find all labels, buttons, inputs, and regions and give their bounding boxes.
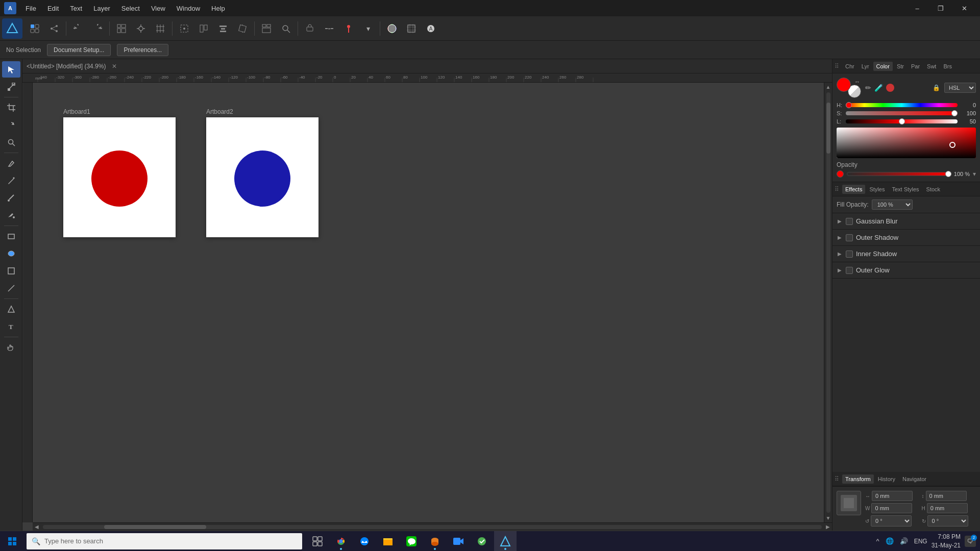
tray-network-icon[interactable]: 🌐 — [884, 536, 896, 546]
zoom-button[interactable] — [277, 19, 295, 38]
menu-file[interactable]: File — [20, 3, 41, 14]
tab-swt[interactable]: Swt — [924, 62, 939, 71]
polygon-tool[interactable] — [2, 263, 20, 279]
canvas-tab-close[interactable]: ✕ — [112, 63, 117, 70]
redo-button[interactable] — [88, 19, 107, 38]
tray-up-arrow[interactable]: ^ — [874, 536, 881, 546]
scroll-down-arrow[interactable]: ▼ — [826, 514, 831, 522]
text-tool[interactable]: T — [2, 318, 20, 335]
triangle-tool[interactable] — [2, 301, 20, 317]
menu-layer[interactable]: Layer — [88, 3, 115, 14]
color-wheel[interactable] — [383, 19, 401, 38]
scroll-up-arrow[interactable]: ▲ — [826, 83, 831, 91]
lgt-thumb[interactable] — [899, 118, 905, 124]
move-mode[interactable] — [175, 19, 193, 38]
inner-shadow-arrow[interactable]: ▶ — [838, 251, 843, 257]
edit-color-icon[interactable]: ✏ — [865, 84, 871, 92]
pin-button[interactable] — [339, 19, 358, 38]
inner-shadow-effect[interactable]: ▶ Inner Shadow — [832, 246, 980, 262]
hue-thumb[interactable] — [846, 102, 852, 108]
crop-tool[interactable] — [2, 99, 20, 116]
h-scrollbar[interactable]: ◀ ▶ — [33, 522, 832, 531]
restore-button[interactable]: ❐ — [929, 0, 952, 16]
h-scroll-track[interactable] — [43, 525, 822, 529]
menu-select[interactable]: Select — [116, 3, 145, 14]
snap-button[interactable] — [132, 19, 150, 38]
rot2-select[interactable]: 0 ° — [927, 515, 968, 527]
pen-tool[interactable] — [2, 155, 20, 171]
line-tool[interactable] — [2, 280, 20, 296]
v-scroll-thumb[interactable] — [826, 103, 830, 154]
outer-shadow-arrow[interactable]: ▶ — [838, 235, 843, 240]
tab-text-styles[interactable]: Text Styles — [889, 185, 922, 194]
tab-brs[interactable]: Brs — [940, 62, 955, 71]
scroll-right-arrow[interactable]: ▶ — [824, 524, 832, 530]
hue-track[interactable] — [846, 103, 958, 107]
canvas-container[interactable]: mm -340-320-300-280-260-240-220-200-180-… — [22, 73, 832, 531]
outer-glow-checkbox[interactable] — [846, 267, 853, 274]
color-mode-select[interactable]: HSL RGB CMYK — [944, 83, 976, 93]
pin-dropdown[interactable]: ▾ — [359, 19, 377, 38]
menu-edit[interactable]: Edit — [42, 3, 64, 14]
outer-glow-arrow[interactable]: ▶ — [838, 267, 843, 273]
lgt-track[interactable] — [846, 119, 958, 123]
tab-chr[interactable]: Chr — [842, 62, 857, 71]
v-scrollbar[interactable]: ▲ ▼ — [824, 83, 832, 522]
taskbar-explorer[interactable] — [377, 531, 399, 552]
scroll-left-arrow[interactable]: ◀ — [33, 524, 41, 530]
zoom-tool[interactable] — [2, 134, 20, 151]
taskbar-affinity[interactable] — [494, 531, 517, 552]
dropper-icon[interactable]: 🧪 — [874, 84, 883, 92]
v-scroll-track[interactable] — [826, 92, 830, 513]
share-button[interactable] — [45, 19, 63, 38]
taskbar-vpn[interactable] — [471, 531, 493, 552]
tray-lang[interactable]: ENG — [912, 537, 929, 546]
minimize-button[interactable]: – — [905, 0, 929, 16]
taskbar-task-view[interactable] — [306, 531, 329, 552]
fill-tool[interactable] — [2, 207, 20, 223]
tab-navigator[interactable]: Navigator — [899, 474, 929, 484]
search-bar[interactable]: 🔍 Type here to search — [27, 533, 302, 549]
canvas-viewport[interactable]: Artboard1 Artboard2 — [33, 83, 832, 522]
align-button[interactable] — [214, 19, 232, 38]
y-input[interactable]: 0 mm — [926, 491, 967, 501]
tab-effects[interactable]: Effects — [842, 185, 865, 194]
constraints[interactable] — [301, 19, 319, 38]
fore-color-swatch[interactable] — [837, 78, 851, 92]
rot1-select[interactable]: 0 ° — [871, 515, 912, 527]
menu-window[interactable]: Window — [172, 3, 205, 14]
close-button[interactable]: ✕ — [952, 0, 976, 16]
gaussian-blur-effect[interactable]: ▶ Gaussian Blur — [832, 213, 980, 230]
fill-opacity-select[interactable]: 100 % — [872, 199, 913, 210]
tab-stock[interactable]: Stock — [923, 185, 944, 194]
preferences-button[interactable]: Preferences... — [117, 44, 168, 56]
start-button[interactable] — [0, 531, 24, 552]
outer-glow-effect[interactable]: ▶ Outer Glow — [832, 262, 980, 279]
hand-tool[interactable] — [2, 339, 20, 356]
undo-button[interactable] — [69, 19, 87, 38]
arrange-button[interactable] — [194, 19, 213, 38]
blue-circle[interactable] — [234, 151, 290, 207]
inner-shadow-checkbox[interactable] — [846, 251, 853, 258]
pencil-tool[interactable] — [2, 172, 20, 189]
grid-button[interactable] — [112, 19, 131, 38]
color-picker-box[interactable] — [837, 128, 976, 158]
brush-tool[interactable] — [2, 190, 20, 206]
transform-button[interactable] — [233, 19, 252, 38]
tab-lyr[interactable]: Lyr — [859, 62, 872, 71]
opacity-track[interactable] — [847, 172, 951, 176]
artboard-button[interactable] — [402, 19, 421, 38]
tray-volume-icon[interactable]: 🔊 — [898, 536, 910, 546]
export-button[interactable]: A — [422, 19, 440, 38]
taskbar-line[interactable] — [400, 531, 423, 552]
taskbar-chrome[interactable] — [330, 531, 352, 552]
red-circle[interactable] — [91, 151, 148, 207]
select-tool[interactable] — [2, 61, 20, 78]
h-scroll-thumb[interactable] — [104, 525, 206, 529]
gaussian-blur-arrow[interactable]: ▶ — [838, 218, 843, 224]
link-button[interactable] — [320, 19, 338, 38]
taskbar-zoom[interactable] — [447, 531, 470, 552]
w-input[interactable]: 0 mm — [871, 503, 912, 513]
gaussian-blur-checkbox[interactable] — [846, 218, 853, 225]
taskbar-messenger[interactable] — [353, 531, 376, 552]
